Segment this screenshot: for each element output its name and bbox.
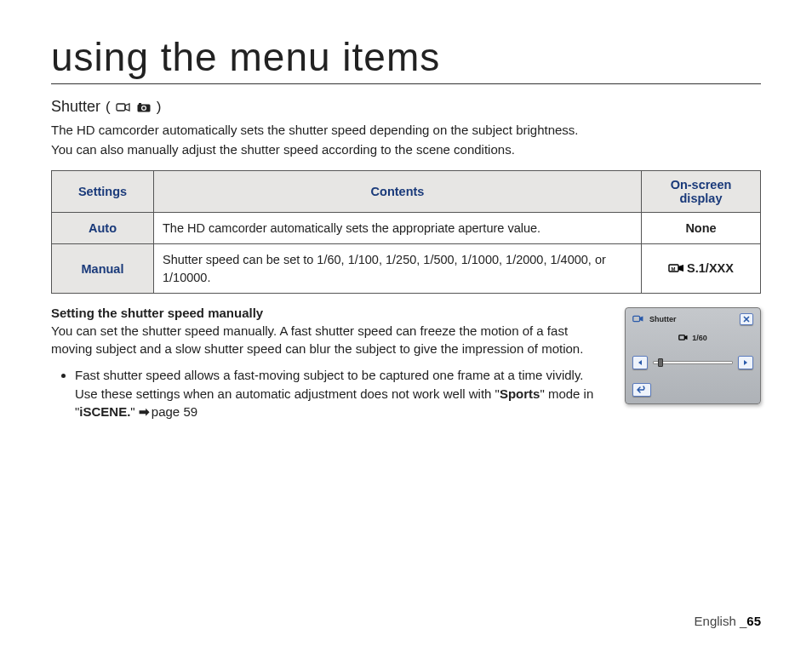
camcorder-small-icon <box>678 334 689 341</box>
arrow-right-icon: ➡ <box>139 404 150 419</box>
th-contents: Contents <box>154 171 642 213</box>
bullet-item: Fast shutter speed allows a fast-moving … <box>75 366 609 421</box>
slider-right-button <box>738 356 753 369</box>
intro-line-1: The HD camcorder automatically sets the … <box>51 121 761 139</box>
th-display: On-screen display <box>642 171 761 213</box>
row-manual-contents: Shutter speed can be set to 1/60, 1/100,… <box>154 244 642 294</box>
svg-rect-8 <box>679 335 684 340</box>
close-icon <box>740 313 753 325</box>
svg-text:M: M <box>672 266 676 272</box>
footer-lang: English _ <box>695 614 747 628</box>
page-footer: English _65 <box>695 614 761 628</box>
screen-title: Shutter <box>649 315 677 323</box>
slider-left-button <box>632 356 648 369</box>
shutter-slider <box>653 358 733 367</box>
table-header-row: Settings Contents On-screen display <box>52 171 761 213</box>
table-row: Manual Shutter speed can be set to 1/60,… <box>52 244 761 294</box>
svg-rect-7 <box>633 317 640 322</box>
svg-point-3 <box>142 106 146 110</box>
screen-value: 1/60 <box>692 334 707 342</box>
table-row: Auto The HD camcorder automatically sets… <box>52 213 761 244</box>
row-manual-display-text: S.1/XXX <box>687 261 734 275</box>
manual-subhead: Setting the shutter speed manually <box>51 306 609 320</box>
bullet-post: " <box>130 404 139 419</box>
row-auto-label: Auto <box>52 213 154 244</box>
svg-rect-4 <box>139 103 141 105</box>
camcorder-manual-icon: M <box>668 263 685 273</box>
footer-page-number: 65 <box>746 614 761 628</box>
bullet-iscene: iSCENE. <box>79 404 130 419</box>
section-heading: Shutter ( ) <box>51 98 761 116</box>
heading-paren-close: ) <box>157 99 162 116</box>
shutter-screen-illustration: Shutter 1/60 <box>625 307 761 404</box>
intro-line-2: You can also manually adjust the shutter… <box>51 140 761 158</box>
intro-block: The HD camcorder automatically sets the … <box>51 121 761 158</box>
back-button <box>632 383 651 397</box>
camcorder-icon <box>632 314 644 323</box>
bullet-sports: Sports <box>500 386 540 401</box>
row-manual-label: Manual <box>52 244 154 294</box>
th-settings: Settings <box>52 171 154 213</box>
settings-table: Settings Contents On-screen display Auto… <box>51 170 761 294</box>
bullet-list: Fast shutter speed allows a fast-moving … <box>51 366 609 421</box>
bullet-pageref: page 59 <box>152 404 197 419</box>
camera-icon <box>136 101 152 113</box>
heading-paren-open: ( <box>106 99 111 116</box>
manual-para: You can set the shutter speed manually. … <box>51 322 609 357</box>
svg-rect-0 <box>117 104 125 111</box>
page-title: using the menu items <box>51 34 761 84</box>
row-auto-display: None <box>642 213 761 244</box>
row-manual-display: M S.1/XXX <box>642 244 761 294</box>
row-auto-contents: The HD camcorder automatically sets the … <box>154 213 642 244</box>
camcorder-icon <box>116 101 131 113</box>
section-heading-text: Shutter <box>51 98 100 116</box>
slider-thumb <box>658 358 663 367</box>
